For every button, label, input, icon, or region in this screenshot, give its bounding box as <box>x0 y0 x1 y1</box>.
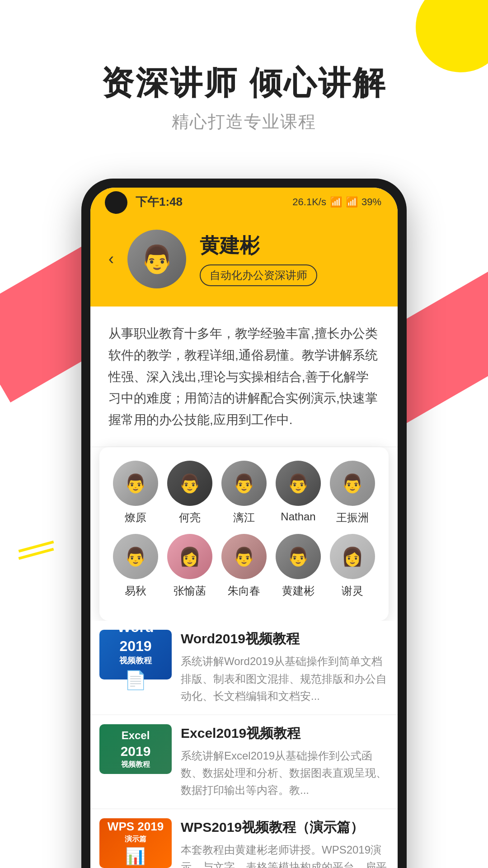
teacher-item-lijiang[interactable]: 👨 漓江 <box>221 461 267 525</box>
course-item-wps[interactable]: WPS 2019 演示篇 📊 WPS2019视频教程（演示篇） 本套教程由黄建彬… <box>90 809 398 868</box>
hero-title: 资深讲师 倾心讲解 <box>0 63 488 102</box>
teacher-avatar-nathan: 👨 <box>276 461 321 506</box>
teacher-avatar-xieling: 👩 <box>330 534 375 579</box>
teacher-avatar-heliang: 👨 <box>167 461 212 506</box>
course-thumb-word: Word 2019 视频教程 📄 <box>99 630 172 679</box>
course-item-word[interactable]: Word 2019 视频教程 📄 Word2019视频教程 系统讲解Word20… <box>90 621 398 714</box>
status-time: 下午1:48 <box>136 194 183 210</box>
teacher-label-wangzhenzhou: 王振洲 <box>336 510 369 525</box>
wifi-icon: 📶 <box>346 196 358 208</box>
course-desc-wps: 本套教程由黄建彬老师讲授。WPS2019演示，与文字、表格等模块构成的平台，扁平… <box>181 841 389 868</box>
teacher-main-avatar: 👨 <box>127 230 186 288</box>
wps-thumb-content: WPS 2019 演示篇 📊 <box>103 815 168 868</box>
status-bar: 下午1:48 26.1K/s 📶 📶 39% <box>90 188 398 216</box>
teachers-row-2: 👨 易秋 👩 张愉菡 👨 朱向春 👨 黄建彬 <box>108 534 380 598</box>
course-title-excel: Excel2019视频教程 <box>181 724 389 743</box>
phone-screen: 下午1:48 26.1K/s 📶 📶 39% ‹ 👨 黄建彬 自动化办公资深讲师 <box>90 188 398 868</box>
word-thumb-content: Word 2019 视频教程 📄 <box>99 613 172 696</box>
teacher-item-xieling[interactable]: 👩 谢灵 <box>330 534 375 598</box>
course-desc-excel: 系统讲解Excel2019从基础操作到公式函数、数据处理和分析、数据图表直观呈现… <box>181 747 389 799</box>
teacher-item-wangzhenzhou[interactable]: 👨 王振洲 <box>330 461 375 525</box>
teacher-bio: 从事职业教育十多年，教学经验丰富,擅长办公类软件的教学，教程详细,通俗易懂。教学… <box>90 307 398 447</box>
teacher-avatar-yiqiu: 👨 <box>113 534 158 579</box>
course-thumb-excel: Excel 2019 视频教程 <box>99 724 172 774</box>
teacher-avatar-lijiang: 👨 <box>221 461 267 506</box>
back-button[interactable]: ‹ <box>108 250 114 269</box>
teacher-item-liaoyuan[interactable]: 👨 燎原 <box>113 461 158 525</box>
teacher-avatar-wangzhenzhou: 👨 <box>330 461 375 506</box>
teacher-label-xieling: 谢灵 <box>342 584 363 598</box>
teacher-badge: 自动化办公资深讲师 <box>200 264 317 286</box>
teacher-item-zhangyuhan[interactable]: 👩 张愉菡 <box>167 534 212 598</box>
teacher-header: ‹ 👨 黄建彬 自动化办公资深讲师 <box>90 216 398 307</box>
teacher-avatar-liaoyuan: 👨 <box>113 461 158 506</box>
teacher-item-zhuxiangchun[interactable]: 👨 朱向春 <box>221 534 267 598</box>
teacher-label-huangjianbin: 黄建彬 <box>282 584 314 598</box>
network-speed: 26.1K/s <box>292 196 326 208</box>
course-thumb-wps: WPS 2019 演示篇 📊 <box>99 818 172 868</box>
teacher-avatar-huangjianbin: 👨 <box>276 534 321 579</box>
battery-level: 39% <box>361 196 381 208</box>
teacher-info: 黄建彬 自动化办公资深讲师 <box>200 232 380 286</box>
teacher-item-huangjianbin[interactable]: 👨 黄建彬 <box>276 534 321 598</box>
excel-thumb-content: Excel 2019 视频教程 <box>116 724 155 774</box>
teacher-label-nathan: Nathan <box>281 510 315 523</box>
teacher-label-zhuxiangchun: 朱向春 <box>228 584 260 598</box>
phone-wrapper: 下午1:48 26.1K/s 📶 📶 39% ‹ 👨 黄建彬 自动化办公资深讲师 <box>0 179 488 868</box>
teachers-card: 👨 燎原 👨 何亮 👨 漓江 👨 Nathan <box>99 447 389 621</box>
bluetooth-icon: 📶 <box>330 196 342 208</box>
teachers-row-1: 👨 燎原 👨 何亮 👨 漓江 👨 Nathan <box>108 461 380 525</box>
hero-section: 资深讲师 倾心讲解 精心打造专业课程 <box>0 0 488 160</box>
course-title-word: Word2019视频教程 <box>181 630 389 648</box>
course-title-wps: WPS2019视频教程（演示篇） <box>181 818 389 837</box>
phone-mockup: 下午1:48 26.1K/s 📶 📶 39% ‹ 👨 黄建彬 自动化办公资深讲师 <box>81 179 407 868</box>
teacher-item-heliang[interactable]: 👨 何亮 <box>167 461 212 525</box>
teacher-avatar-emoji: 👨 <box>140 243 174 275</box>
teacher-label-heliang: 何亮 <box>179 510 201 525</box>
teacher-main-name: 黄建彬 <box>200 232 380 259</box>
teacher-label-lijiang: 漓江 <box>233 510 255 525</box>
status-icons: 26.1K/s 📶 📶 39% <box>292 196 381 208</box>
teacher-avatar-zhuxiangchun: 👨 <box>221 534 267 579</box>
teacher-item-nathan[interactable]: 👨 Nathan <box>276 461 321 525</box>
course-list: Word 2019 视频教程 📄 Word2019视频教程 系统讲解Word20… <box>90 621 398 868</box>
course-info-wps: WPS2019视频教程（演示篇） 本套教程由黄建彬老师讲授。WPS2019演示，… <box>181 818 389 868</box>
teacher-avatar-zhangyuhan: 👩 <box>167 534 212 579</box>
course-info-word: Word2019视频教程 系统讲解Word2019从基础操作到简单文档排版、制表… <box>181 630 389 705</box>
teacher-label-liaoyuan: 燎原 <box>125 510 146 525</box>
course-item-excel[interactable]: Excel 2019 视频教程 Excel2019视频教程 系统讲解Excel2… <box>90 715 398 808</box>
hero-subtitle: 精心打造专业课程 <box>0 110 488 133</box>
teacher-item-yiqiu[interactable]: 👨 易秋 <box>113 534 158 598</box>
teacher-label-zhangyuhan: 张愉菡 <box>174 584 206 598</box>
teacher-label-yiqiu: 易秋 <box>125 584 146 598</box>
course-info-excel: Excel2019视频教程 系统讲解Excel2019从基础操作到公式函数、数据… <box>181 724 389 799</box>
course-desc-word: 系统讲解Word2019从基础操作到简单文档排版、制表和图文混排、规范排版和办公… <box>181 653 389 705</box>
